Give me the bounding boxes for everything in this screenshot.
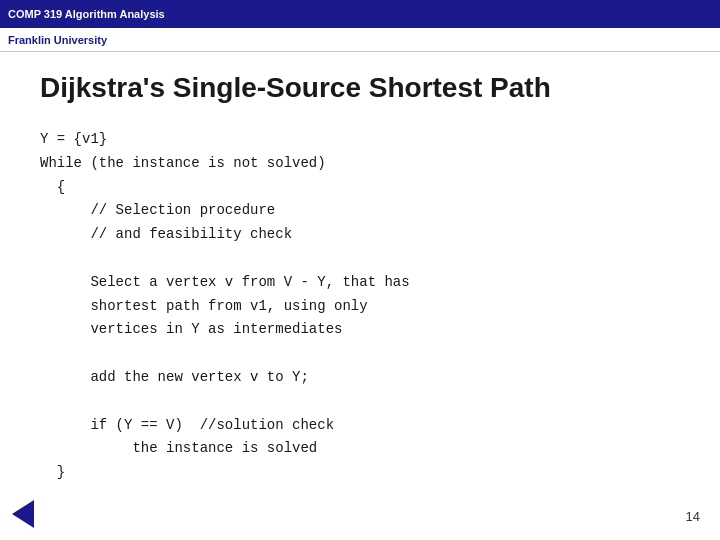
- sub-bar: Franklin University: [0, 28, 720, 52]
- code-block: Y = {v1} While (the instance is not solv…: [40, 128, 680, 485]
- page-number: 14: [686, 509, 700, 524]
- course-title: COMP 319 Algorithm Analysis: [0, 8, 173, 20]
- top-bar: COMP 319 Algorithm Analysis: [0, 0, 720, 28]
- bottom-left-arrow-icon[interactable]: [12, 500, 34, 528]
- top-bar-arrow-icon: [702, 0, 720, 28]
- main-content: Dijkstra's Single-Source Shortest Path Y…: [0, 52, 720, 505]
- university-title: Franklin University: [8, 34, 107, 46]
- slide-title: Dijkstra's Single-Source Shortest Path: [40, 72, 680, 104]
